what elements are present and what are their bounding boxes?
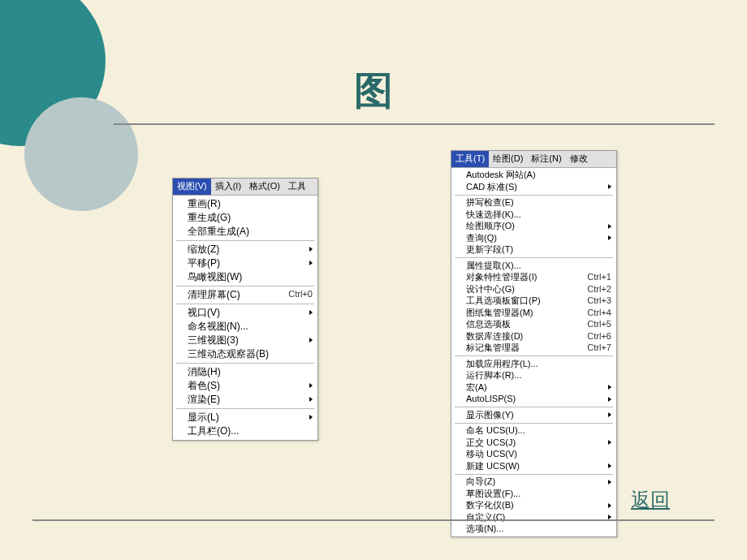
decorative-circle-small	[24, 97, 138, 211]
tools-item-0-1[interactable]: CAD 标准(S)	[451, 181, 616, 193]
view-menubar-item-1[interactable]: 插入(I)	[211, 179, 245, 195]
divider-bottom	[32, 519, 715, 521]
view-item-label: 渲染(E)	[188, 392, 303, 407]
view-item-1-0[interactable]: 缩放(Z)	[173, 243, 317, 256]
submenu-arrow-icon	[608, 412, 611, 417]
page-title: 图	[354, 65, 393, 117]
divider-top	[114, 123, 715, 125]
tools-menubar-item-1[interactable]: 绘图(D)	[489, 151, 527, 167]
submenu-arrow-icon	[608, 440, 611, 445]
view-item-label: 三维动态观察器(B)	[188, 347, 313, 362]
return-link[interactable]: 返回	[631, 487, 670, 513]
submenu-arrow-icon	[309, 310, 313, 315]
tools-item-5-3[interactable]: 新建 UCS(W)	[451, 460, 616, 472]
submenu-arrow-icon	[309, 415, 313, 420]
submenu-arrow-icon	[608, 503, 611, 508]
submenu-arrow-icon	[309, 261, 313, 265]
view-separator-1	[176, 240, 314, 241]
tools-item-2-7[interactable]: 标记集管理器Ctrl+7	[451, 342, 616, 355]
view-item-label: 鸟瞰视图(W)	[188, 269, 313, 285]
tools-item-label: 标记集管理器	[466, 341, 581, 355]
submenu-arrow-icon	[608, 397, 611, 402]
view-separator-2	[176, 286, 314, 286]
tools-item-1-4[interactable]: 更新字段(T)	[451, 244, 616, 256]
tools-item-4-0[interactable]: 显示图像(Y)	[451, 409, 616, 421]
tools-menu-body: Autodesk 网站(A)CAD 标准(S)拼写检查(E)快速选择(K)...…	[451, 168, 616, 537]
submenu-arrow-icon	[608, 184, 611, 189]
submenu-arrow-icon	[309, 247, 313, 252]
menubar-right: 工具(T)绘图(D)标注(N)修改	[451, 151, 616, 168]
view-item-shortcut: Ctrl+0	[288, 287, 313, 302]
view-item-5-0[interactable]: 显示(L)	[173, 411, 317, 424]
tools-item-6-4[interactable]: 选项(N)...	[451, 523, 616, 536]
view-item-label: 清理屏幕(C)	[188, 287, 282, 303]
view-item-1-1[interactable]: 平移(P)	[173, 256, 317, 270]
view-item-3-3[interactable]: 三维动态观察器(B)	[173, 347, 317, 361]
view-menubar-item-3[interactable]: 工具	[284, 179, 310, 195]
view-item-3-1[interactable]: 命名视图(N)...	[173, 320, 317, 334]
view-item-3-0[interactable]: 视口(V)	[173, 306, 317, 320]
submenu-arrow-icon	[608, 480, 611, 485]
view-item-0-2[interactable]: 全部重生成(A)	[173, 225, 317, 239]
tools-item-label: CAD 标准(S)	[466, 180, 602, 195]
view-menu-body: 重画(R)重生成(G)全部重生成(A)缩放(Z)平移(P)鸟瞰视图(W)清理屏幕…	[173, 196, 317, 440]
view-separator-4	[176, 363, 314, 364]
tools-item-label: 更新字段(T)	[466, 243, 611, 257]
view-item-5-1[interactable]: 工具栏(O)...	[173, 424, 317, 438]
submenu-arrow-icon	[608, 463, 611, 468]
view-menu-dropdown: 视图(V)插入(I)格式(O)工具 重画(R)重生成(G)全部重生成(A)缩放(…	[172, 178, 318, 441]
submenu-arrow-icon	[309, 338, 313, 342]
view-item-label: 全部重生成(A)	[188, 224, 313, 239]
tools-menubar-item-2[interactable]: 标注(N)	[527, 151, 565, 167]
submenu-arrow-icon	[608, 224, 611, 229]
view-menubar-item-2[interactable]: 格式(O)	[245, 179, 284, 195]
tools-item-shortcut: Ctrl+7	[587, 341, 611, 355]
submenu-arrow-icon	[608, 385, 611, 390]
view-item-3-2[interactable]: 三维视图(3)	[173, 334, 317, 347]
menubar-left: 视图(V)插入(I)格式(O)工具	[173, 179, 317, 196]
tools-item-label: AutoLISP(S)	[466, 392, 602, 407]
view-item-label: 工具栏(O)...	[188, 424, 313, 439]
tools-item-label: 显示图像(Y)	[466, 408, 602, 423]
tools-item-label: 选项(N)...	[466, 522, 611, 536]
view-item-4-2[interactable]: 渲染(E)	[173, 393, 317, 407]
view-separator-3	[176, 304, 314, 304]
submenu-arrow-icon	[608, 235, 611, 240]
view-item-0-0[interactable]: 重画(R)	[173, 197, 317, 211]
submenu-arrow-icon	[309, 383, 313, 388]
tools-item-label: 新建 UCS(W)	[466, 459, 602, 474]
tools-menu-dropdown: 工具(T)绘图(D)标注(N)修改 Autodesk 网站(A)CAD 标准(S…	[451, 150, 617, 537]
tools-item-3-3[interactable]: AutoLISP(S)	[451, 394, 616, 406]
view-item-1-2[interactable]: 鸟瞰视图(W)	[173, 270, 317, 284]
submenu-arrow-icon	[309, 397, 313, 402]
tools-menubar-item-0[interactable]: 工具(T)	[451, 151, 489, 167]
view-item-0-1[interactable]: 重生成(G)	[173, 211, 317, 225]
view-item-4-1[interactable]: 着色(S)	[173, 379, 317, 393]
view-menubar-item-0[interactable]: 视图(V)	[173, 179, 211, 195]
view-item-2-0[interactable]: 清理屏幕(C)Ctrl+0	[173, 288, 317, 302]
tools-menubar-item-3[interactable]: 修改	[566, 151, 592, 167]
view-item-4-0[interactable]: 消隐(H)	[173, 365, 317, 379]
view-separator-5	[176, 408, 314, 409]
